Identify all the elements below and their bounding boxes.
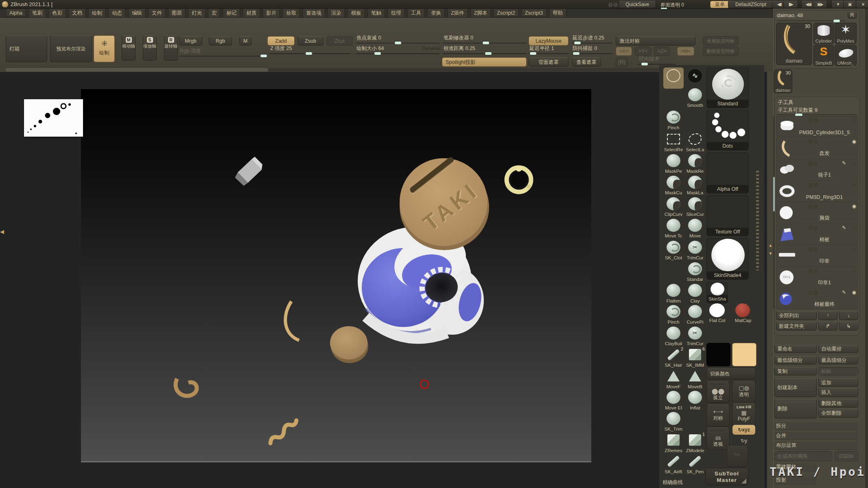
lazy-step-slider[interactable]: 延迟步进 0.25 (572, 35, 612, 44)
zsub-button[interactable]: Zsub (297, 36, 324, 46)
delete-other-button[interactable]: 删除其他 (818, 399, 858, 407)
subtool-row-棉被[interactable]: ↓⬤⬤◐◑✎◉棉被 (776, 224, 858, 245)
new-folder-button[interactable]: 新建文件夹 (776, 322, 817, 331)
visible-count-track[interactable] (776, 114, 857, 115)
brush-cell-clipcurv[interactable]: ClipCurv (663, 196, 684, 217)
brush-cell-claybuil[interactable]: ClayBuil (663, 325, 684, 346)
alpha-preview-widget[interactable] (24, 99, 83, 137)
main-color-swatch[interactable] (706, 343, 730, 366)
paste-button[interactable]: 粘贴 (818, 367, 858, 375)
backface-mask-button[interactable]: 背面遮罩 (529, 57, 568, 67)
menu-item-笔刷[interactable]: 笔刷 (28, 9, 46, 18)
union-icon[interactable]: ⬤⬤ (807, 290, 818, 295)
brush-cell-sk-clot[interactable]: SK_Clot (663, 239, 684, 260)
brush-cell-trimcur-1[interactable]: ✂TrimCur (685, 239, 705, 260)
brush-cell-trimcur-2[interactable]: ✂TrimCur (685, 325, 705, 346)
restore-icon[interactable]: ▣ (843, 1, 856, 8)
menu-item-图层[interactable]: 图层 (168, 9, 186, 18)
spotlight-projection-button[interactable]: Spotlight投影 (442, 57, 527, 67)
menu-item-编辑[interactable]: 编辑 (128, 9, 146, 18)
subtool-master-button[interactable]: SubToolMaster (705, 468, 748, 486)
recent-tool-cylinder[interactable]: Cylinder (813, 23, 834, 44)
subtool-row-盘发[interactable]: ↓⬤⬤◐◑✎◉盘发 (776, 137, 858, 159)
brush-cell-pinch-2[interactable]: Pinch (663, 303, 684, 325)
merge-section[interactable]: 合并 (774, 432, 858, 440)
flat-color-cell[interactable]: Flat Col (706, 303, 728, 325)
brush-cell-slicecur[interactable]: SliceCur (685, 196, 705, 217)
subtool-row-印章1[interactable]: TAKI↓⬤⬤◐◑✎◉印章1 (776, 267, 858, 288)
dock-right-icon[interactable]: ▣▶ (813, 1, 827, 8)
menu-item-帮助[interactable]: 帮助 (549, 9, 566, 18)
eye-visibility-icon[interactable]: ◉ (852, 160, 856, 166)
menu-item-绘制[interactable]: 绘制 (88, 9, 106, 18)
union-icon[interactable]: ⬤⬤ (807, 117, 818, 123)
eye-visibility-icon[interactable]: ◉ (852, 268, 856, 274)
r-toggle-button[interactable]: (R) (616, 57, 628, 67)
brush-cell-selectre[interactable]: SelectRe (663, 131, 684, 152)
symmetry-z-button[interactable]: >Z< (654, 47, 670, 56)
rotate-y-button[interactable]: ↻y (732, 437, 756, 446)
menu-item-文件[interactable]: 文件 (148, 9, 166, 18)
polypaint-icon[interactable]: ✎ (842, 117, 846, 123)
boolean-section[interactable]: 布尔运算 (774, 442, 858, 450)
subtool-scrollbar[interactable] (773, 116, 775, 309)
transparent-button[interactable]: ▢◍ 透明 (732, 381, 756, 403)
rgb-button[interactable]: Rgb (209, 36, 232, 46)
intersect-icon[interactable]: ◑ (833, 117, 836, 123)
download-icon[interactable]: ↓ (799, 246, 802, 252)
brush-cell-move-el[interactable]: Move El (663, 389, 684, 410)
delete-all-button[interactable]: 全部删除 (818, 409, 858, 418)
move-in-button[interactable]: ↳ (839, 322, 858, 331)
lowest-subdiv-button[interactable]: 最低级细分 (774, 356, 817, 364)
eye-visibility-icon[interactable]: ◉ (852, 246, 856, 252)
curve-mode-button[interactable]: ✎ (727, 446, 748, 466)
brush-cell-move-tc[interactable]: Move Tc (663, 217, 684, 238)
append-button[interactable]: 追加 (818, 378, 858, 387)
move-up-button[interactable]: ↑ (818, 311, 837, 320)
brush-cell-maskla[interactable]: MaskLa (685, 174, 705, 195)
rename-button[interactable]: 重命名 (774, 345, 817, 353)
menu-item-标记[interactable]: 标记 (223, 9, 240, 18)
divider-arrow-down-icon[interactable]: ▼ (768, 251, 773, 256)
use-pose-symmetry-button[interactable]: 使用姿态对称 (703, 36, 739, 46)
menu-item-色彩[interactable]: 色彩 (48, 9, 66, 18)
calibration-distance-slider[interactable]: 校准距离 0.25 (443, 45, 527, 55)
copy-button[interactable]: 复制 (774, 367, 817, 375)
tool-r-button[interactable]: R (848, 11, 857, 19)
recent-tool-umesh[interactable]: UMesh_ (835, 45, 857, 66)
menu-item-渲染[interactable]: 渲染 (328, 9, 345, 18)
split-section[interactable]: 拆分 (774, 422, 858, 430)
menu-item-变换[interactable]: 变换 (427, 9, 445, 18)
brush-cell-curvepi[interactable]: CurvePi (685, 303, 705, 325)
lazy-radius-slider[interactable]: 延迟半径 1 (529, 45, 569, 55)
zcut-button[interactable]: Zcut (326, 36, 353, 46)
polypaint-icon[interactable]: ✎ (842, 290, 846, 295)
left-tray-toggle-icon[interactable]: ◀ (0, 229, 4, 235)
difference-icon[interactable]: ◐ (824, 182, 827, 187)
download-icon[interactable]: ↓ (799, 290, 802, 295)
alpha-cell[interactable]: Alpha Off (706, 152, 749, 194)
perspective-button[interactable]: Dynamic ▤ 透视 (706, 427, 730, 450)
brush-cell-pinch[interactable]: Pinch (663, 109, 684, 130)
download-icon[interactable]: ↓ (799, 268, 802, 274)
steady-snap-slider[interactable]: 防抖捕捉 0 (572, 45, 612, 55)
download-icon[interactable]: ↓ (799, 160, 802, 166)
brush-cell-sk-airb[interactable]: SK_AirB (663, 453, 684, 474)
move-out-button[interactable]: ↱ (818, 322, 837, 331)
subtool-row-棉被最终[interactable]: ↓⬤⬤◐◑✎◉棉被最终 (776, 288, 858, 309)
menu-item-模板[interactable]: 模板 (348, 9, 365, 18)
polypaint-icon[interactable]: ✎ (842, 182, 846, 187)
close-icon[interactable]: × (856, 1, 868, 8)
download-icon[interactable]: ↓ (799, 225, 802, 231)
brush-cell-move[interactable]: Move (685, 217, 705, 238)
union-icon[interactable]: ⬤⬤ (807, 139, 818, 144)
brush-cell-quickpick-circle[interactable] (663, 68, 684, 89)
z-intensity-slider[interactable]: Z 强度 25 (269, 45, 351, 55)
brush-cell-zmodele[interactable]: 1ZModele (685, 432, 705, 453)
intersect-icon[interactable]: ◑ (833, 160, 836, 166)
menu-item-拾取[interactable]: 拾取 (282, 9, 300, 18)
focal-shift-slider[interactable]: 焦点衰减 0 (356, 35, 439, 44)
difference-icon[interactable]: ◐ (824, 246, 827, 252)
subtool-toggle-icons[interactable]: ↓⬤⬤◐◑✎◉ (799, 246, 856, 252)
difference-icon[interactable]: ◐ (824, 225, 827, 231)
